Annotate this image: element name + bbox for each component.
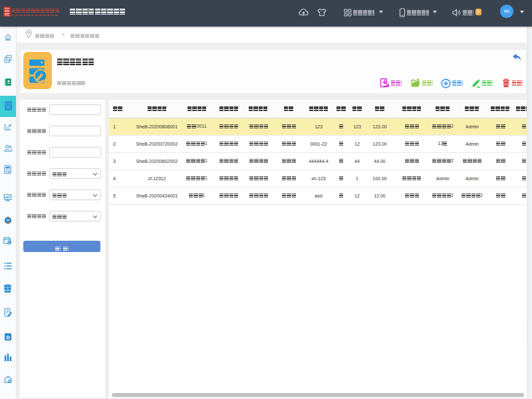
svg-text:D: D	[6, 334, 10, 340]
